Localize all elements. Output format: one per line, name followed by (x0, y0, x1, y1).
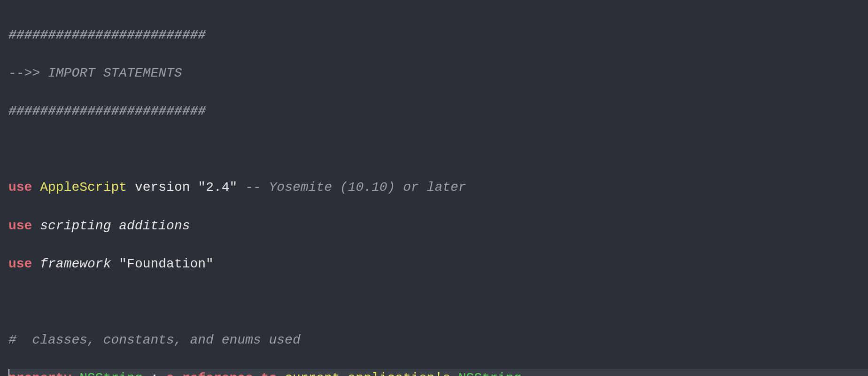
phrase-current-application: current application's (285, 371, 450, 376)
phrase-reference-to: a reference to (166, 371, 277, 376)
phrase-scripting-additions: scripting additions (40, 219, 190, 233)
keyword-property: property (8, 371, 71, 376)
comment-text: -->> IMPORT STATEMENTS (8, 66, 182, 80)
code-line-highlighted: property NSString : a reference to curre… (8, 369, 868, 376)
keyword-use: use (8, 257, 32, 271)
code-line: use scripting additions (8, 217, 868, 236)
string-literal: "2.4" (198, 180, 237, 195)
colon: : (143, 371, 166, 376)
keyword-use: use (8, 219, 32, 233)
code-line: -->> IMPORT STATEMENTS (8, 64, 868, 83)
code-editor[interactable]: ######################### -->> IMPORT ST… (0, 0, 868, 376)
word-version: version (135, 180, 190, 195)
code-line: use AppleScript version "2.4" -- Yosemit… (8, 178, 868, 197)
code-line (8, 140, 868, 159)
code-line: ######################### (8, 26, 868, 45)
comment-text: # classes, constants, and enums used (8, 333, 301, 347)
word-framework: framework (40, 257, 111, 271)
code-line: use framework "Foundation" (8, 255, 868, 274)
type-name: AppleScript (40, 180, 127, 195)
identifier: NSString (458, 371, 521, 376)
string-literal: "Foundation" (119, 257, 214, 271)
code-line: ######################### (8, 102, 868, 121)
comment-text: ######################### (8, 104, 206, 118)
code-line (8, 293, 868, 312)
comment-text: ######################### (8, 28, 206, 42)
code-line: # classes, constants, and enums used (8, 331, 868, 350)
identifier: NSString (79, 371, 142, 376)
comment-text: -- Yosemite (10.10) or later (245, 180, 466, 195)
keyword-use: use (8, 180, 32, 195)
